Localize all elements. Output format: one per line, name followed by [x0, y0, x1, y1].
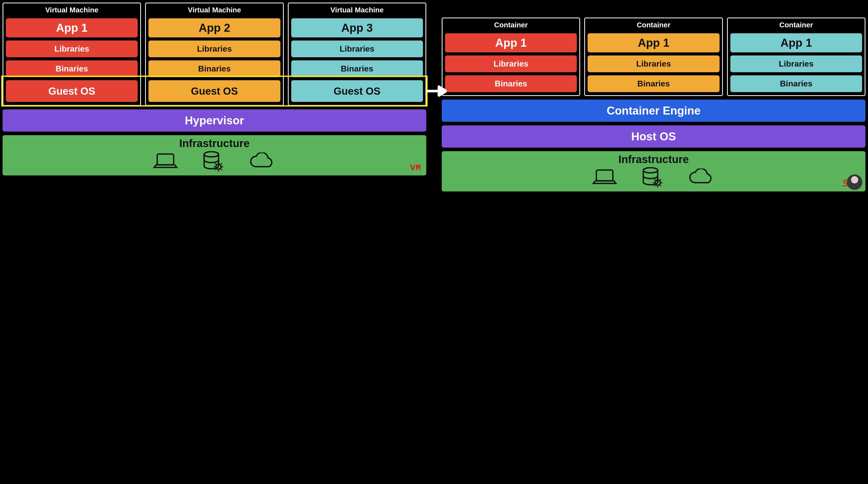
libraries-block: Libraries	[445, 55, 577, 72]
binaries-block: Binaries	[445, 75, 577, 92]
hypervisor-bar: Hypervisor	[3, 109, 426, 132]
container-column-2: Container App 1 Libraries Binaries	[584, 18, 723, 96]
binaries-block: Binaries	[6, 60, 137, 77]
guest-os-block: Guest OS	[149, 80, 280, 102]
laptop-icon	[592, 168, 618, 187]
vm-column-3: Virtual Machine App 3 Libraries Binaries…	[288, 3, 426, 106]
libraries-block: Libraries	[149, 40, 280, 57]
vm-side: Virtual Machine App 1 Libraries Binaries…	[3, 3, 426, 192]
vm-column-title: Virtual Machine	[149, 6, 280, 14]
infrastructure-label: Infrastructure	[8, 137, 421, 150]
app-block: App 3	[291, 18, 423, 37]
svg-point-4	[643, 168, 658, 173]
container-columns: Container App 1 Libraries Binaries Conta…	[442, 18, 865, 96]
container-column-3: Container App 1 Libraries Binaries	[727, 18, 865, 96]
libraries-block: Libraries	[731, 55, 862, 72]
vm-tag: VM	[410, 163, 421, 173]
libraries-block: Libraries	[588, 55, 719, 72]
vm-column-1: Virtual Machine App 1 Libraries Binaries…	[3, 3, 141, 106]
laptop-icon	[153, 152, 178, 171]
app-block: App 2	[149, 18, 280, 37]
infrastructure-bar-left: Infrastructure	[3, 135, 426, 175]
guest-os-block: Guest OS	[291, 80, 423, 102]
infrastructure-icons	[8, 151, 421, 172]
binaries-block: Binaries	[731, 75, 862, 92]
svg-rect-0	[157, 154, 174, 165]
app-block: App 1	[6, 18, 137, 37]
guest-os-block: Guest OS	[6, 80, 137, 102]
container-column-title: Container	[731, 21, 862, 29]
container-column-title: Container	[445, 21, 577, 29]
vm-column-title: Virtual Machine	[291, 6, 423, 14]
app-block: App 1	[588, 33, 719, 52]
svg-rect-3	[596, 170, 613, 181]
container-column-1: Container App 1 Libraries Binaries	[442, 18, 580, 96]
diagram-root: Virtual Machine App 1 Libraries Binaries…	[3, 3, 865, 192]
container-engine-bar: Container Engine	[442, 99, 865, 122]
database-gear-icon	[202, 151, 225, 172]
container-column-title: Container	[588, 21, 719, 29]
cloud-icon	[248, 152, 276, 171]
infrastructure-bar-right: Infrastructure	[442, 151, 865, 192]
vm-columns: Virtual Machine App 1 Libraries Binaries…	[3, 3, 426, 106]
binaries-block: Binaries	[149, 60, 280, 77]
svg-point-1	[204, 152, 219, 157]
libraries-block: Libraries	[291, 40, 423, 57]
database-gear-icon	[641, 167, 664, 188]
app-block: App 1	[731, 33, 862, 52]
vm-column-2: Virtual Machine App 2 Libraries Binaries…	[145, 3, 283, 106]
infrastructure-label: Infrastructure	[447, 153, 860, 166]
infrastructure-icons	[447, 167, 860, 188]
binaries-block: Binaries	[291, 60, 423, 77]
container-side: Container App 1 Libraries Binaries Conta…	[442, 18, 865, 192]
app-block: App 1	[445, 33, 577, 52]
vm-column-title: Virtual Machine	[6, 6, 137, 14]
libraries-block: Libraries	[6, 40, 137, 57]
cloud-icon	[687, 168, 715, 187]
presenter-avatar	[847, 174, 862, 190]
host-os-bar: Host OS	[442, 125, 865, 148]
binaries-block: Binaries	[588, 75, 719, 92]
